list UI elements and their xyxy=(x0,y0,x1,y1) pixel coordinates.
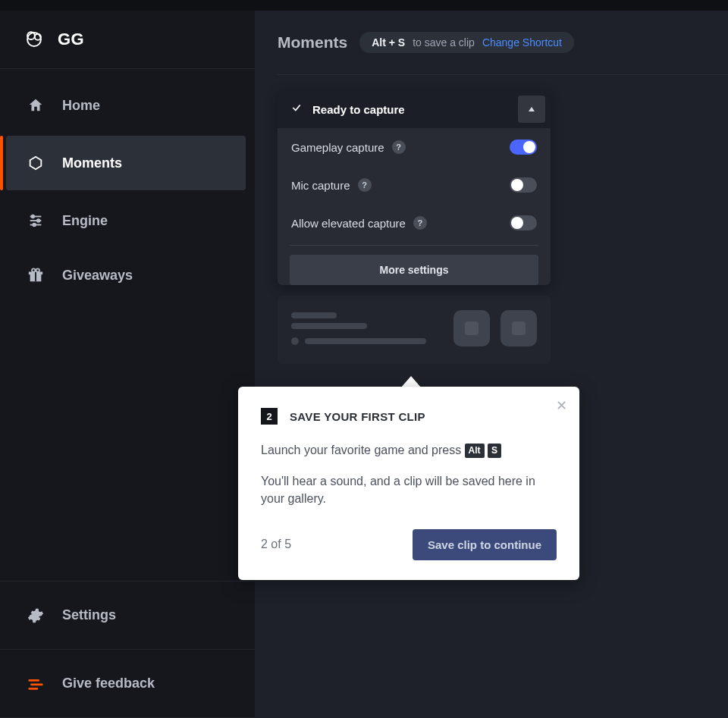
toggle-row-elevated: Allow elevated capture ? xyxy=(278,204,551,242)
page-header: Moments Alt + S to save a clip Change Sh… xyxy=(278,32,728,75)
shortcut-keys: Alt + S xyxy=(372,36,405,49)
sidebar: GG Home Moments Engine xyxy=(0,11,255,718)
save-clip-continue-button[interactable]: Save clip to continue xyxy=(413,529,557,560)
sidebar-item-label: Give feedback xyxy=(62,676,155,691)
toggle-label: Gameplay capture xyxy=(291,141,384,154)
sidebar-item-label: Settings xyxy=(62,607,116,623)
sidebar-item-label: Moments xyxy=(62,155,122,171)
svg-point-7 xyxy=(37,219,40,222)
svg-point-5 xyxy=(32,215,35,218)
placeholder-lines xyxy=(291,308,443,349)
placeholder-thumb xyxy=(453,310,490,346)
svg-marker-3 xyxy=(30,157,42,170)
capture-status-header[interactable]: Ready to capture xyxy=(278,90,551,128)
shortcut-pill: Alt + S to save a clip Change Shortcut xyxy=(359,32,574,53)
feedback-icon xyxy=(26,676,46,692)
clip-placeholder-card xyxy=(278,296,551,364)
tour-body: Launch your favorite game and press Alt … xyxy=(261,441,557,508)
tour-progress: 2 of 5 xyxy=(261,538,291,551)
svg-point-9 xyxy=(33,224,36,227)
toggle-mic-capture[interactable] xyxy=(510,177,537,193)
capture-status-text: Ready to capture xyxy=(312,103,405,116)
capture-panel: Ready to capture Gameplay capture ? Mic … xyxy=(278,90,551,285)
help-icon[interactable]: ? xyxy=(392,140,406,154)
sidebar-item-giveaways[interactable]: Giveaways xyxy=(0,248,255,303)
tour-card: ✕ 2 SAVE YOUR FIRST CLIP Launch your fav… xyxy=(238,387,579,580)
key-chip-alt: Alt xyxy=(465,444,485,458)
toggle-row-mic: Mic capture ? xyxy=(278,166,551,204)
home-icon xyxy=(26,97,46,114)
toggle-gameplay-capture[interactable] xyxy=(510,140,537,155)
sidebar-item-label: Giveaways xyxy=(62,268,133,284)
sidebar-bottom: Settings Give feedback xyxy=(0,581,255,718)
tour-line1: Launch your favorite game and press xyxy=(261,444,465,456)
svg-marker-18 xyxy=(529,107,535,111)
sidebar-item-label: Engine xyxy=(62,213,108,229)
main-content: Moments Alt + S to save a clip Change Sh… xyxy=(255,11,728,718)
check-icon xyxy=(291,102,302,116)
window-titlebar xyxy=(0,0,728,11)
close-button[interactable]: ✕ xyxy=(556,397,567,414)
help-icon[interactable]: ? xyxy=(358,178,372,192)
sliders-icon xyxy=(26,212,46,229)
brand-name: GG xyxy=(58,30,84,49)
sidebar-item-label: Home xyxy=(62,98,100,114)
svg-rect-12 xyxy=(35,271,36,281)
step-number-badge: 2 xyxy=(261,408,278,425)
sidebar-item-feedback[interactable]: Give feedback xyxy=(0,650,255,718)
moments-icon xyxy=(26,155,46,171)
gear-icon xyxy=(26,607,46,624)
primary-nav: Home Moments Engine Giveaways xyxy=(0,69,255,303)
sidebar-item-moments[interactable]: Moments xyxy=(6,136,246,190)
gift-icon xyxy=(26,267,46,284)
brand: GG xyxy=(0,11,255,69)
change-shortcut-link[interactable]: Change Shortcut xyxy=(482,36,562,49)
chevron-up-icon xyxy=(528,105,535,113)
collapse-button[interactable] xyxy=(518,96,545,123)
svg-point-14 xyxy=(36,268,39,271)
placeholder-thumb xyxy=(500,310,537,346)
sidebar-item-engine[interactable]: Engine xyxy=(0,193,255,248)
toggle-label: Allow elevated capture xyxy=(291,217,406,230)
toggle-label: Mic capture xyxy=(291,179,350,192)
shortcut-text: to save a clip xyxy=(413,36,475,49)
steelseries-logo-icon xyxy=(24,27,44,52)
close-icon: ✕ xyxy=(556,398,567,413)
tour-line2: You'll hear a sound, and a clip will be … xyxy=(261,472,557,507)
tour-title: SAVE YOUR FIRST CLIP xyxy=(290,410,425,423)
toggle-row-gameplay: Gameplay capture ? xyxy=(278,128,551,166)
page-title: Moments xyxy=(278,33,347,52)
key-chip-s: S xyxy=(488,444,501,458)
help-icon[interactable]: ? xyxy=(413,216,427,230)
sidebar-item-home[interactable]: Home xyxy=(0,78,255,133)
sidebar-item-settings[interactable]: Settings xyxy=(0,582,255,650)
svg-point-13 xyxy=(32,268,35,271)
toggle-elevated-capture[interactable] xyxy=(510,215,537,230)
more-settings-button[interactable]: More settings xyxy=(290,255,538,285)
